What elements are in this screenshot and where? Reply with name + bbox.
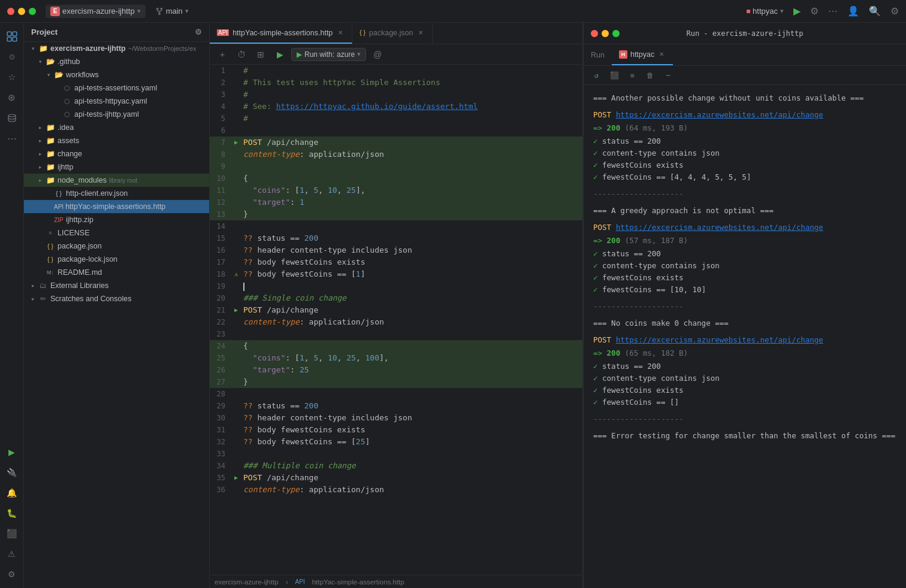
zip-label: ijhttp.zip	[66, 216, 93, 224]
plugins-tool-icon[interactable]: 🔌	[3, 463, 21, 481]
svg-point-4	[8, 114, 16, 117]
gear-icon[interactable]: ⚙	[890, 5, 899, 17]
run-all-button[interactable]: ▶	[272, 47, 288, 62]
settings-icon[interactable]: ⚙	[810, 5, 819, 17]
sidebar-item-yaml2[interactable]: ▸ ⬡ api-tests-httpyac.yaml	[24, 95, 209, 108]
idea-label: .idea	[58, 123, 74, 132]
maximize-button[interactable]	[29, 8, 36, 15]
layout-button[interactable]: ⊞	[253, 47, 268, 62]
settings-bottom-icon[interactable]: ⚙	[3, 565, 21, 583]
code-line-26: 26 "target": 25	[210, 364, 582, 376]
sidebar-gear-icon[interactable]: ⚙	[195, 28, 202, 37]
git-tool-icon[interactable]: ⊙	[3, 48, 21, 66]
filter-button[interactable]: ≡	[624, 68, 640, 83]
code-line-5: 5 #	[210, 113, 582, 125]
run-output-toolbar: ↺ ⬛ ≡ 🗑 ⋯	[584, 66, 906, 85]
find-tool-icon[interactable]: ⊛	[3, 89, 21, 107]
env-json-icon: { }	[54, 189, 64, 198]
minimize-button[interactable]	[18, 8, 25, 15]
rerun-button[interactable]: ↺	[588, 68, 604, 83]
branch-indicator[interactable]: main ▾	[155, 7, 189, 16]
add-button[interactable]: +	[215, 47, 230, 62]
more-run-actions[interactable]: ⋯	[660, 68, 676, 83]
search-icon[interactable]: 🔍	[869, 5, 881, 17]
run-panel-minimize[interactable]	[602, 30, 609, 37]
sidebar-item-license[interactable]: ▸ ≡ LICENSE	[24, 226, 209, 240]
out-check-1c: ✓ fewestCoins exists	[593, 159, 896, 171]
code-line-14: 14	[210, 220, 582, 232]
terminal-tool-icon[interactable]: ⬛	[3, 525, 21, 542]
sidebar-item-assets[interactable]: ▸ 📁 assets	[24, 134, 209, 147]
code-line-20: 20 ### Single coin change	[210, 292, 582, 304]
sidebar-item-yaml1[interactable]: ▸ ⬡ api-tests-assertions.yaml	[24, 81, 209, 95]
status-bar: exercism-azure-ijhttp › API httpYac-simp…	[210, 575, 582, 588]
out-post-2: POST https://excercism.azurewebsites.net…	[593, 222, 896, 234]
sidebar-item-workflows[interactable]: ▾ 📂 workflows	[24, 68, 209, 81]
run-panel-maximize[interactable]	[612, 30, 620, 37]
sidebar-item-package-json[interactable]: ▸ { } package.json	[24, 240, 209, 253]
change-folder-icon: 📁	[46, 149, 55, 159]
out-url-2[interactable]: https://excercism.azurewebsites.net/api/…	[616, 223, 823, 232]
run-play-icon: ▶	[297, 50, 302, 59]
clear-button[interactable]: 🗑	[642, 68, 658, 83]
run-button[interactable]: ▶	[793, 5, 801, 17]
more-icon[interactable]: ⋯	[828, 5, 838, 17]
assets-label: assets	[58, 137, 79, 145]
close-button[interactable]	[7, 8, 14, 15]
tab-close-json[interactable]: ✕	[416, 29, 425, 37]
root-label: exercism-azure-ijhttp	[50, 44, 126, 53]
run-panel-traffic-lights	[591, 30, 620, 37]
bookmark-tool-icon[interactable]: ☆	[3, 68, 21, 86]
out-check-2c: ✓ fewestCoins exists	[593, 272, 896, 284]
code-editor[interactable]: 1 # 2 # This test uses httpYac Simple As…	[210, 65, 582, 575]
debug-tool-icon[interactable]: 🐛	[3, 504, 21, 522]
sidebar-item-http-selected[interactable]: ▸ API httpYac-simple-assertions.http	[24, 200, 209, 213]
tab-http[interactable]: API httpYac-simple-assertions.http ✕	[210, 23, 352, 44]
more-tools-icon[interactable]: ⋯	[3, 129, 21, 147]
sidebar-item-ijhttp[interactable]: ▸ 📁 ijhttp	[24, 160, 209, 174]
history-button[interactable]: ⏱	[234, 47, 249, 62]
sidebar-item-github[interactable]: ▾ 📂 .github	[24, 55, 209, 68]
sidebar-item-zip[interactable]: ▸ ZIP ijhttp.zip	[24, 213, 209, 226]
sidebar-item-pkg-lock[interactable]: ▸ { } package-lock.json	[24, 253, 209, 266]
sidebar-item-readme[interactable]: ▸ M↓ README.md	[24, 266, 209, 279]
tab-api-badge: API	[217, 29, 229, 36]
run-tab-httpyac-close[interactable]: ✕	[657, 50, 666, 59]
account-icon[interactable]: 👤	[847, 5, 859, 17]
code-line-25: 25 "coins": [1, 5, 10, 25, 100],	[210, 352, 582, 364]
tab-json[interactable]: { } package.json ✕	[352, 23, 433, 44]
project-tool-icon[interactable]	[3, 28, 21, 46]
sidebar-item-scratches[interactable]: ▸ ✏ Scratches and Consoles	[24, 292, 209, 305]
tab-close-http[interactable]: ✕	[336, 29, 345, 37]
out-url-1[interactable]: https://excercism.azurewebsites.net/api/…	[616, 110, 823, 119]
run-panel-close[interactable]	[591, 30, 598, 37]
svg-rect-0	[7, 32, 11, 36]
sidebar-item-yaml3[interactable]: ▸ ⬡ api-tests-ijhttp.yaml	[24, 108, 209, 121]
run-config-badge[interactable]: httpyac ▾	[747, 7, 784, 16]
notifications-tool-icon[interactable]: 🔔	[3, 484, 21, 502]
database-tool-icon[interactable]	[3, 109, 21, 127]
stop-button[interactable]: ⬛	[606, 68, 622, 83]
sidebar-item-idea[interactable]: ▸ 📁 .idea	[24, 121, 209, 134]
run-with-dropdown[interactable]: ▶ Run with: azure ▾	[291, 48, 366, 61]
run-tab-httpyac[interactable]: H httpyac ✕	[612, 44, 673, 65]
out-post-1: POST https://excercism.azurewebsites.net…	[593, 109, 896, 121]
pkg-label: package.json	[58, 242, 102, 250]
project-title-badge[interactable]: E exercism-azure-ijhttp ▾	[46, 5, 146, 18]
sidebar-item-ext-libs[interactable]: ▸ 🗂 External Libraries	[24, 279, 209, 292]
sidebar-item-change[interactable]: ▸ 📁 change	[24, 147, 209, 160]
problems-tool-icon[interactable]: ⚠	[3, 545, 21, 563]
env-settings-button[interactable]: @	[370, 47, 385, 62]
out-resp-3: => 200 (65 ms, 182 B)	[593, 347, 896, 359]
pkg-icon: { }	[46, 241, 55, 251]
sidebar-item-node-modules[interactable]: ▸ 📁 node_modules library root	[24, 174, 209, 187]
run-tool-icon[interactable]: ▶	[3, 443, 21, 461]
out-url-3[interactable]: https://excercism.azurewebsites.net/api/…	[616, 335, 823, 344]
sidebar-root-item[interactable]: ▾ 📁 exercism-azure-ijhttp ~/WebstormProj…	[24, 42, 209, 55]
run-tab-run[interactable]: Run	[584, 44, 612, 65]
ext-libs-icon: 🗂	[38, 281, 48, 290]
run-with-label: Run with:	[304, 50, 334, 59]
sidebar-item-env-json[interactable]: ▸ { } http-client.env.json	[24, 187, 209, 200]
branch-name: main	[166, 7, 183, 16]
run-output[interactable]: === Another possible change without unit…	[584, 85, 906, 588]
